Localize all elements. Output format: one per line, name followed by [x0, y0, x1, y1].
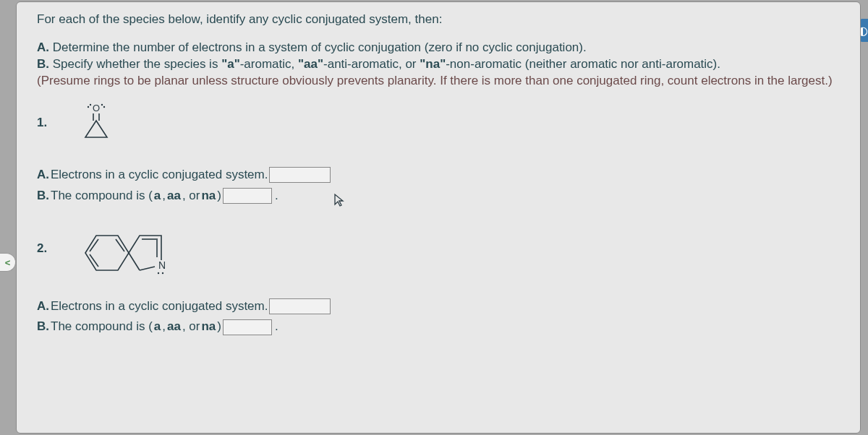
svg-line-13	[140, 267, 155, 270]
q2-b-prefix: B.	[37, 316, 49, 337]
q1-number: 1.	[37, 116, 47, 130]
prev-nav-button[interactable]: <	[0, 253, 16, 272]
svg-text:N: N	[158, 259, 166, 271]
q2-a-text: Electrons in a cyclic conjugated system.	[51, 296, 268, 317]
q2-b-aa: aa	[167, 316, 181, 337]
svg-point-0	[87, 106, 88, 108]
q2-number: 2.	[37, 241, 47, 256]
q1-b-na: na	[201, 186, 216, 207]
svg-point-17	[157, 272, 158, 273]
svg-point-3	[103, 106, 104, 108]
svg-point-1	[89, 104, 90, 105]
q2-answers: A.Electrons in a cyclic conjugated syste…	[37, 296, 846, 338]
q1-a-text: Electrons in a cyclic conjugated system.	[51, 165, 268, 186]
q2-b-close: )	[217, 316, 221, 337]
part-b-natext: -non-aromatic (neither aromatic nor anti…	[446, 57, 720, 71]
q1-b-sep2: , or	[182, 186, 200, 207]
svg-line-12	[129, 253, 140, 270]
part-b-na: "na"	[420, 57, 446, 71]
part-a-text: Determine the number of electrons in a s…	[49, 40, 587, 54]
q2-electrons-input[interactable]	[269, 298, 331, 314]
q2-answer-b-line: B.The compound is (a, aa, or na) .	[37, 316, 846, 337]
part-b-prefix: B.	[37, 57, 49, 71]
svg-marker-7	[85, 121, 107, 137]
question-panel: For each of the species below, identify …	[16, 1, 861, 434]
part-b-aatext: -anti-aromatic, or	[323, 57, 420, 71]
q1-answers: A.Electrons in a cyclic conjugated syste…	[37, 165, 846, 207]
q1-a-prefix: A.	[37, 165, 49, 186]
q2-b-na: na	[201, 316, 216, 337]
q2-b-sep1: ,	[162, 316, 166, 337]
q1-structure-oxetanone: O	[80, 103, 113, 143]
q2-a-prefix: A.	[37, 296, 49, 317]
svg-line-9	[90, 239, 98, 251]
part-a-prefix: A.	[37, 40, 49, 54]
q1-b-close: )	[217, 186, 221, 207]
svg-text:O: O	[93, 103, 100, 113]
q2-structure-quinoline: N	[77, 225, 171, 286]
q2-b-a: a	[154, 316, 161, 337]
part-b-aa: "aa"	[298, 57, 323, 71]
q1-b-a: a	[154, 186, 161, 207]
chevron-left-icon: <	[5, 257, 11, 268]
question-1: 1. O	[37, 103, 846, 143]
q1-answer-a-line: A.Electrons in a cyclic conjugated syste…	[37, 165, 846, 186]
svg-line-10	[90, 254, 98, 267]
q1-electrons-input[interactable]	[269, 167, 331, 183]
svg-marker-8	[85, 236, 129, 270]
intro-text: For each of the species below, identify …	[37, 12, 846, 27]
q2-aromatic-input[interactable]	[223, 319, 272, 335]
q1-b-sep1: ,	[162, 186, 166, 207]
part-b-text1: Specify whether the species is	[49, 57, 221, 71]
q2-b-text: The compound is (	[51, 316, 153, 337]
q1-aromatic-input[interactable]	[223, 188, 272, 204]
svg-line-11	[116, 239, 124, 251]
question-2: 2. N	[37, 228, 846, 286]
part-b-a: "a"	[221, 57, 240, 71]
svg-point-18	[161, 272, 163, 273]
q2-answer-a-line: A.Electrons in a cyclic conjugated syste…	[37, 296, 846, 317]
q1-b-text: The compound is (	[51, 186, 153, 207]
q1-answer-b-line: B.The compound is (a, aa, or na) .	[37, 186, 846, 207]
part-b-atext: -aromatic,	[240, 57, 298, 71]
q1-b-period: .	[275, 186, 278, 207]
part-a-line: A. Determine the number of electrons in …	[37, 40, 846, 56]
svg-point-2	[101, 104, 102, 105]
planar-note: (Presume rings to be planar unless struc…	[37, 73, 846, 90]
q1-b-aa: aa	[167, 186, 181, 207]
part-b-line: B. Specify whether the species is "a"-ar…	[37, 56, 846, 73]
q1-b-prefix: B.	[37, 186, 49, 207]
q2-b-sep2: , or	[182, 316, 200, 337]
q2-b-period: .	[275, 316, 278, 337]
